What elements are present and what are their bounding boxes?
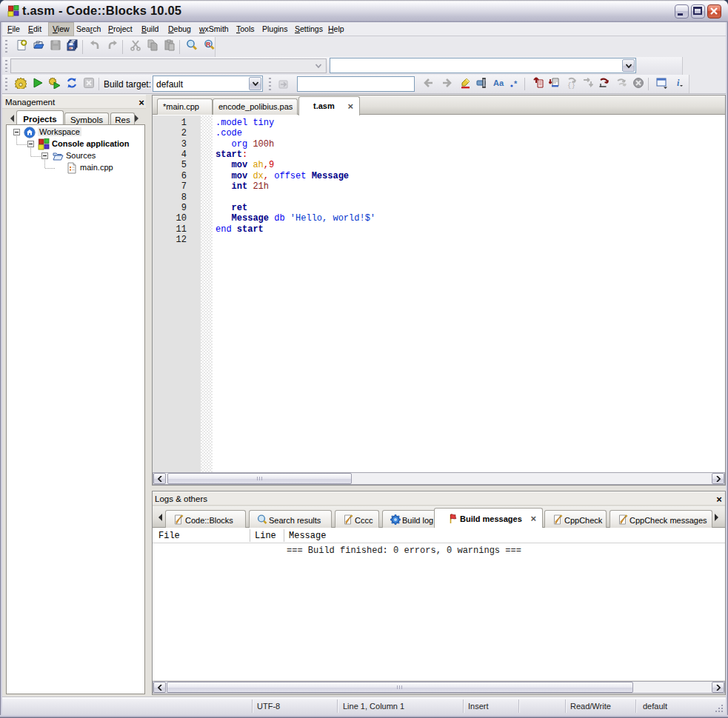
copy-button[interactable] (145, 39, 160, 54)
tree-collapse-toggle[interactable] (41, 152, 48, 159)
logs-hscrollbar[interactable] (153, 681, 725, 694)
logs-close-icon[interactable]: × (713, 494, 725, 506)
build-button[interactable] (13, 77, 28, 92)
search-prev-button[interactable] (421, 77, 435, 92)
new-file-button[interactable] (14, 39, 29, 54)
editor-tab-t.asm[interactable]: t.asm× (298, 96, 360, 115)
scroll-left-icon[interactable] (153, 473, 166, 484)
debug-continue-button[interactable] (531, 77, 546, 92)
chevron-down-icon[interactable] (249, 77, 261, 90)
tab-close-icon[interactable]: × (530, 513, 536, 524)
column-separator[interactable] (250, 529, 250, 542)
goto-search-icon[interactable] (276, 77, 291, 92)
run-to-cursor-button[interactable] (547, 77, 562, 92)
code-editor[interactable]: .model tiny.code org 100hstart: mov ah,9… (213, 115, 725, 472)
tree-collapse-toggle[interactable] (13, 129, 20, 135)
logs-tab-build-messages[interactable]: Build messages× (434, 508, 543, 528)
menu-item-project[interactable]: Project (104, 23, 136, 36)
editor-hscrollbar[interactable] (153, 472, 725, 485)
menu-item-build[interactable]: Build (138, 23, 162, 36)
next-line-button[interactable]: {} (564, 77, 579, 92)
open-file-button[interactable] (31, 39, 46, 54)
toolbar-grip[interactable] (5, 60, 7, 72)
scope-combobox[interactable] (10, 58, 327, 73)
logs-tab-build-log[interactable]: Build log (382, 510, 438, 528)
column-header-message[interactable]: Message (289, 531, 326, 541)
menu-item-debug[interactable]: Debug (164, 23, 195, 36)
logs-tab-code-blocks[interactable]: Code::Blocks (165, 510, 246, 528)
management-close-icon[interactable]: × (136, 97, 147, 109)
title-bar[interactable]: t.asm - Code::Blocks 10.05 (0, 0, 728, 22)
menu-item-plugins[interactable]: Plugins (258, 23, 291, 36)
highlight-button[interactable] (458, 77, 473, 92)
match-inside-word-button[interactable] (475, 77, 490, 92)
chevron-down-icon[interactable] (312, 60, 325, 72)
tree-collapse-toggle[interactable] (27, 141, 34, 147)
abort-button[interactable] (81, 77, 96, 92)
run-button[interactable] (30, 77, 45, 92)
tab-scroll-left-icon[interactable] (155, 514, 162, 521)
menu-item-file[interactable]: File (4, 23, 24, 36)
build-and-run-button[interactable] (47, 77, 62, 92)
find-button[interactable] (184, 39, 199, 54)
incremental-search-input[interactable] (297, 76, 415, 92)
regex-button[interactable]: * (508, 77, 523, 92)
tab-scroll-right-icon[interactable] (135, 115, 142, 122)
menu-item-settings[interactable]: Settings (291, 23, 327, 36)
tree-item-workspace[interactable]: Workspace (7, 127, 144, 138)
menu-item-view[interactable]: View (49, 23, 73, 36)
cut-button[interactable] (128, 39, 143, 54)
logs-tab-search-results[interactable]: Search results (249, 510, 332, 528)
menu-item-help[interactable]: Help (324, 23, 348, 36)
search-next-button[interactable] (440, 77, 455, 92)
redo-button[interactable] (105, 39, 120, 54)
step-into-button[interactable] (581, 77, 595, 92)
symbol-combobox[interactable] (330, 58, 636, 73)
tab-scroll-left-icon[interactable] (7, 115, 14, 122)
window-border-left[interactable] (0, 22, 2, 718)
editor-tab--main.cpp[interactable]: *main.cpp (157, 98, 213, 115)
maximize-button[interactable] (691, 4, 705, 19)
close-button[interactable] (707, 4, 721, 19)
editor-tab-encode-polibius.pas[interactable]: encode_polibius.pas (213, 98, 298, 115)
save-all-button[interactable] (65, 39, 80, 54)
scroll-right-icon[interactable] (712, 473, 724, 484)
menu-item-tools[interactable]: Tools (233, 23, 258, 36)
column-header-file[interactable]: File (158, 531, 180, 541)
next-instruction-button[interactable] (615, 77, 630, 92)
menu-item-edit[interactable]: Edit (24, 23, 45, 36)
logs-tab-cccc[interactable]: Cccc (335, 510, 379, 528)
toolbar-grip[interactable] (5, 40, 7, 54)
logs-tab-cppcheck-messages[interactable]: CppCheck messages (610, 510, 712, 528)
scroll-right-icon[interactable] (712, 682, 724, 693)
resize-grip[interactable] (715, 704, 724, 714)
tab-close-icon[interactable]: × (347, 101, 353, 112)
column-header-line[interactable]: Line (255, 531, 276, 541)
tree-item-main-cpp[interactable]: main.cpp (7, 162, 144, 174)
build-target-combobox[interactable]: default (153, 76, 263, 92)
minimize-button[interactable] (675, 4, 689, 19)
column-separator[interactable] (284, 529, 284, 542)
undo-button[interactable] (87, 39, 102, 54)
editor-hscroll-thumb[interactable] (167, 473, 352, 484)
paste-button[interactable] (162, 39, 177, 54)
scroll-left-icon[interactable] (153, 682, 166, 693)
toolbar-grip[interactable] (5, 78, 7, 90)
various-info-button[interactable]: i (672, 77, 687, 92)
replace-button[interactable]: R (201, 39, 216, 54)
toolbar-grip[interactable] (269, 78, 271, 90)
menu-item-wxsmith[interactable]: wxSmith (196, 23, 233, 36)
match-case-button[interactable]: Aa (492, 77, 507, 92)
rebuild-button[interactable] (64, 77, 79, 92)
window-border-bottom[interactable] (0, 715, 728, 718)
chevron-down-icon[interactable] (622, 59, 635, 72)
logs-tab-cppcheck[interactable]: CppCheck (544, 510, 607, 528)
stop-debugger-button[interactable] (631, 77, 646, 92)
logs-hscroll-thumb[interactable] (167, 682, 633, 693)
tab-scroll-right-icon[interactable] (715, 514, 722, 521)
save-button[interactable] (48, 39, 63, 54)
debugging-windows-button[interactable] (655, 77, 669, 92)
step-out-button[interactable] (597, 77, 612, 92)
tree-item-sources[interactable]: Sources (7, 150, 144, 162)
menu-item-search[interactable]: Search (73, 23, 104, 36)
